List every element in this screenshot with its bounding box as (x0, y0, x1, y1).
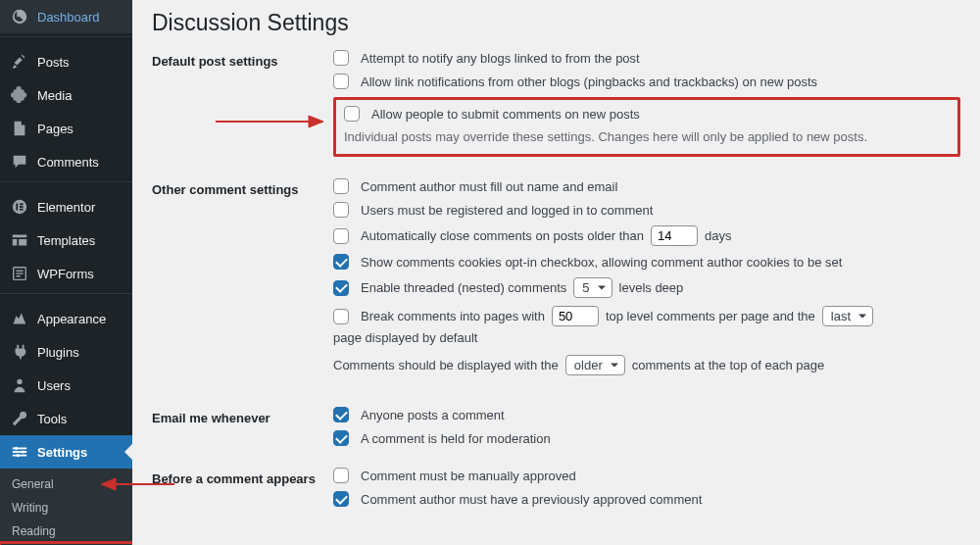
dashboard-icon (10, 7, 29, 26)
sidebar-item-pages[interactable]: Pages (0, 112, 132, 145)
wpforms-icon (10, 264, 29, 283)
page-title: Discussion Settings (152, 10, 960, 36)
menu-label: Templates (37, 233, 95, 248)
menu-label: Dashboard (37, 10, 100, 25)
section-heading: Default post settings (152, 50, 333, 69)
section-heading: Other comment settings (152, 178, 333, 197)
checkbox-break-pages[interactable] (333, 309, 349, 324)
menu-separator (0, 181, 132, 187)
section-default-post: Default post settings Attempt to notify … (152, 50, 960, 169)
svg-point-15 (17, 454, 20, 457)
menu-label: Elementor (37, 200, 95, 215)
option-label-post: days (705, 228, 731, 243)
input-per-page[interactable] (552, 306, 599, 326)
submenu-item-reading[interactable]: Reading (0, 520, 132, 543)
svg-rect-2 (20, 203, 24, 205)
option-label: Allow link notifications from other blog… (361, 74, 817, 89)
highlight-annotation-box: Allow people to submit comments on new p… (333, 97, 960, 157)
comment-icon (10, 152, 29, 172)
option-held-moderation: A comment is held for moderation (333, 430, 960, 446)
option-label-post: page displayed by default (333, 330, 477, 345)
option-label: Attempt to notify any blogs linked to fr… (361, 51, 640, 66)
sidebar-item-dashboard[interactable]: Dashboard (0, 0, 132, 33)
elementor-icon (10, 197, 29, 217)
checkbox-must-fill-name-email[interactable] (333, 178, 349, 194)
menu-separator (0, 36, 132, 42)
sidebar-item-plugins[interactable]: Plugins (0, 335, 132, 369)
sidebar-item-posts[interactable]: Posts (0, 45, 132, 78)
section-before-appears: Before a comment appears Comment must be… (152, 468, 960, 515)
appearance-icon (10, 309, 29, 328)
option-label: Automatically close comments on posts ol… (361, 228, 644, 243)
option-must-register: Users must be registered and logged in t… (333, 202, 960, 218)
main-content: Discussion Settings Default post setting… (132, 0, 980, 545)
svg-point-9 (17, 379, 22, 384)
option-allow-comments: Allow people to submit comments on new p… (344, 106, 950, 122)
menu-label: Comments (37, 155, 99, 170)
sidebar-item-templates[interactable]: Templates (0, 223, 132, 257)
menu-label: Pages (37, 122, 74, 136)
sidebar-item-media[interactable]: Media (0, 78, 132, 112)
menu-separator (0, 293, 132, 299)
option-label-post: levels deep (619, 280, 684, 295)
menu-label: Users (37, 378, 71, 393)
admin-sidebar: Dashboard Posts Media Pages Comments Ele… (0, 0, 132, 545)
checkbox-allow-pingbacks[interactable] (333, 74, 349, 89)
menu-label: Tools (37, 412, 67, 426)
option-notify-blogs: Attempt to notify any blogs linked to fr… (333, 50, 960, 66)
option-label-post: comments at the top of each page (632, 358, 825, 372)
submenu-item-general[interactable]: General (0, 472, 132, 496)
select-thread-depth[interactable]: 5 (573, 277, 612, 298)
media-icon (10, 85, 29, 105)
section-email-me: Email me whenever Anyone posts a comment… (152, 407, 960, 454)
option-break-pages: Break comments into pages with top level… (333, 306, 960, 345)
option-label: Allow people to submit comments on new p… (371, 107, 640, 122)
pin-icon (10, 52, 29, 72)
plugin-icon (10, 342, 29, 362)
svg-rect-12 (13, 455, 26, 457)
menu-label: Media (37, 88, 72, 103)
svg-rect-1 (16, 203, 18, 210)
option-label: A comment is held for moderation (361, 431, 551, 446)
checkbox-manually-approved[interactable] (333, 468, 349, 483)
checkbox-auto-close[interactable] (333, 228, 349, 244)
option-label: Comment author must have a previously ap… (361, 492, 702, 507)
sidebar-item-elementor[interactable]: Elementor (0, 190, 132, 223)
input-close-days[interactable] (651, 225, 698, 246)
section-heading: Before a comment appears (152, 468, 333, 486)
select-default-page[interactable]: last (822, 306, 873, 326)
settings-submenu: General Writing Reading Discussion Media… (0, 469, 132, 545)
sidebar-item-comments[interactable]: Comments (0, 145, 132, 178)
checkbox-notify-blogs[interactable] (333, 50, 349, 66)
select-comment-order[interactable]: older (565, 355, 625, 375)
sidebar-item-settings[interactable]: Settings (0, 435, 132, 469)
sidebar-item-wpforms[interactable]: WPForms (0, 257, 132, 290)
user-icon (10, 375, 29, 395)
checkbox-allow-comments[interactable] (344, 106, 360, 122)
menu-label: Posts (37, 55, 70, 70)
templates-icon (10, 230, 29, 250)
sidebar-item-appearance[interactable]: Appearance (0, 302, 132, 335)
sidebar-item-tools[interactable]: Tools (0, 402, 132, 435)
menu-label: Appearance (37, 312, 106, 326)
option-auto-close: Automatically close comments on posts ol… (333, 225, 960, 246)
sidebar-item-users[interactable]: Users (0, 369, 132, 402)
option-anyone-posts: Anyone posts a comment (333, 407, 960, 422)
svg-rect-4 (20, 209, 24, 211)
checkbox-must-register[interactable] (333, 202, 349, 218)
submenu-item-writing[interactable]: Writing (0, 496, 132, 520)
checkbox-anyone-posts[interactable] (333, 407, 349, 422)
option-cookies-optin: Show comments cookies opt-in checkbox, a… (333, 254, 960, 270)
checkbox-cookies-optin[interactable] (333, 254, 349, 270)
option-label: Enable threaded (nested) comments (361, 280, 566, 295)
svg-point-13 (15, 447, 18, 450)
option-manually-approved: Comment must be manually approved (333, 468, 960, 483)
checkbox-threaded[interactable] (333, 280, 349, 296)
menu-label: Settings (37, 445, 87, 460)
option-label: Show comments cookies opt-in checkbox, a… (361, 255, 842, 270)
checkbox-held-moderation[interactable] (333, 430, 349, 446)
settings-icon (10, 442, 29, 462)
checkbox-prev-approved[interactable] (333, 491, 349, 507)
option-label: Users must be registered and logged in t… (361, 203, 653, 218)
option-label: Break comments into pages with (361, 309, 545, 323)
